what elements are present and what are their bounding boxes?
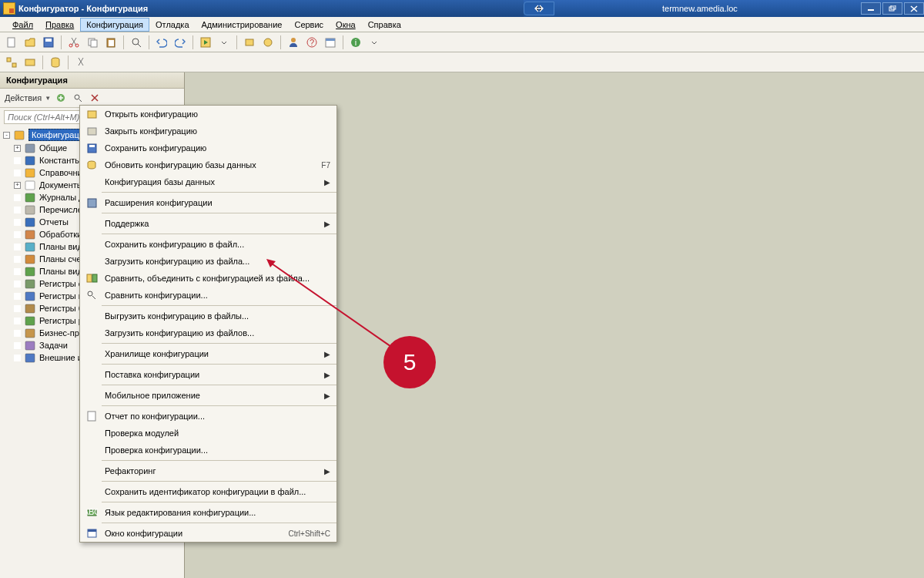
svg-rect-28 [15, 131, 24, 139]
action-find-icon[interactable] [71, 91, 85, 105]
tb2-module-icon[interactable] [22, 55, 38, 70]
menu-item[interactable]: Сохранить идентификатор конфигурации в ф… [80, 483, 336, 500]
server-label: termnew.amedia.loc [662, 4, 738, 13]
server-tab-icon[interactable] [524, 2, 554, 15]
svg-rect-53 [87, 274, 92, 282]
lang-icon: ABC [83, 507, 100, 518]
tb-paste-icon[interactable] [102, 35, 119, 50]
tb-info-icon[interactable]: i [347, 35, 364, 50]
menu-item[interactable]: Сохранить конфигурацию в файл... [80, 236, 336, 253]
menu-item[interactable]: Конфигурация базы данных▶ [80, 173, 336, 190]
menu-edit[interactable]: Правка [39, 18, 80, 32]
menu-item[interactable]: Сравнить конфигурации... [80, 287, 336, 304]
tb-debug-icon[interactable] [241, 35, 258, 50]
svg-rect-2 [8, 38, 15, 47]
app-title: Конфигуратор - Конфигурация [18, 4, 148, 13]
update-icon [83, 160, 100, 170]
menu-item[interactable]: ABCЯзык редактирования конфигурации... [80, 504, 336, 521]
svg-rect-34 [25, 206, 35, 214]
action-x-icon[interactable] [88, 91, 102, 105]
tb-save-icon[interactable] [40, 35, 57, 50]
minimize-button[interactable] [861, 2, 881, 15]
menu-item[interactable]: Проверка конфигурации... [80, 442, 336, 459]
menu-windows[interactable]: Окна [330, 18, 362, 32]
close-button[interactable] [904, 2, 924, 15]
svg-rect-52 [88, 199, 96, 207]
menu-help[interactable]: Справка [362, 18, 407, 32]
tree-label: Задачи [39, 341, 68, 350]
menu-item[interactable]: Окно конфигурацииCtrl+Shift+C [80, 525, 336, 542]
tb-help1-icon[interactable]: ? [303, 35, 320, 50]
menu-item[interactable]: Расширения конфигурации [80, 194, 336, 211]
menu-item-label: Окно конфигурации [100, 529, 289, 538]
tb-user-icon[interactable] [285, 35, 302, 50]
svg-rect-43 [25, 317, 35, 325]
tb-search-icon[interactable] [128, 35, 145, 50]
menu-item-label: Сохранить конфигурацию [100, 143, 330, 153]
doc-icon [24, 180, 36, 190]
tb-redo-icon[interactable] [172, 35, 189, 50]
expand-arrow-icon: ▶ [324, 350, 330, 358]
menu-item-label: Загрузить конфигурацию из файла... [100, 257, 330, 266]
menu-item[interactable]: Сохранить конфигурацию [80, 139, 336, 156]
tree-label: Обработки [39, 230, 82, 239]
menu-item-label: Сравнить, объединить с конфигурацией из … [100, 274, 330, 283]
restore-button[interactable] [882, 2, 902, 15]
svg-text:?: ? [310, 38, 314, 47]
menu-item[interactable]: Поддержка▶ [80, 215, 336, 232]
menu-service[interactable]: Сервис [288, 18, 330, 32]
chevron-down-icon[interactable]: ▼ [45, 95, 51, 102]
menu-item[interactable]: Выгрузить конфигурацию в файлы... [80, 307, 336, 324]
tb2-db-icon[interactable] [47, 55, 64, 70]
menu-item-label: Поставка конфигурации [100, 370, 324, 379]
menu-item[interactable]: Мобильное приложение▶ [80, 387, 336, 404]
twist-icon[interactable]: + [14, 182, 21, 189]
actions-label[interactable]: Действия [5, 93, 42, 102]
menu-item[interactable]: Загрузить конфигурацию из файла... [80, 253, 336, 270]
menu-item[interactable]: Обновить конфигурацию базы данныхF7 [80, 156, 336, 173]
menu-item[interactable]: Отчет по конфигурации... [80, 408, 336, 425]
menu-configuration[interactable]: Конфигурация [80, 18, 149, 32]
menu-debug[interactable]: Отладка [149, 18, 195, 32]
tree-label: Бизнес-про [39, 328, 84, 338]
menu-item[interactable]: Закрыть конфигурацию [80, 123, 336, 139]
process-icon [24, 229, 36, 240]
svg-rect-46 [25, 354, 35, 362]
twist-icon[interactable]: - [3, 132, 10, 139]
tree-label: Регистры б [39, 304, 83, 313]
tb-cut-icon[interactable] [65, 35, 82, 50]
tb-drop2-icon[interactable] [366, 35, 383, 50]
menu-item[interactable]: Сравнить, объединить с конфигурацией из … [80, 270, 336, 287]
menu-item-label: Сохранить идентификатор конфигурации в ф… [100, 487, 330, 496]
tb-undo-icon[interactable] [153, 35, 170, 50]
menu-item[interactable]: Загрузить конфигурацию из файлов... [80, 324, 336, 341]
svg-rect-47 [88, 111, 96, 118]
menu-item[interactable]: Поставка конфигурации▶ [80, 366, 336, 383]
svg-rect-29 [25, 144, 35, 153]
tb-dropdown-icon[interactable] [216, 35, 233, 50]
tb-run-icon[interactable] [197, 35, 214, 50]
twist-icon[interactable]: + [14, 145, 21, 152]
menu-item[interactable]: Проверка модулей [80, 425, 336, 442]
menu-file[interactable]: Файл [6, 18, 39, 32]
ref-icon [24, 167, 36, 178]
svg-rect-19 [326, 39, 335, 41]
menu-item[interactable]: Открыть конфигурацию [80, 106, 336, 123]
svg-rect-45 [25, 341, 35, 350]
svg-rect-24 [25, 59, 35, 66]
menu-admin[interactable]: Администрирование [196, 18, 289, 32]
app-icon [3, 2, 15, 15]
svg-rect-32 [25, 181, 35, 190]
tb-calendar-icon[interactable] [322, 35, 339, 50]
tb-copy-icon[interactable] [84, 35, 101, 50]
tb-open-icon[interactable] [22, 35, 38, 50]
action-add-icon[interactable] [54, 91, 68, 105]
configuration-menu: Открыть конфигурациюЗакрыть конфигурацию… [79, 105, 337, 543]
tb2-scissors-icon[interactable] [72, 55, 89, 70]
menu-item[interactable]: Рефакторинг▶ [80, 462, 336, 479]
tb2-tree-icon[interactable] [3, 55, 20, 70]
menu-item[interactable]: Хранилище конфигурации▶ [80, 345, 336, 362]
tb-debug2-icon[interactable] [259, 35, 276, 50]
svg-rect-36 [25, 230, 35, 239]
tb-new-icon[interactable] [3, 35, 20, 50]
